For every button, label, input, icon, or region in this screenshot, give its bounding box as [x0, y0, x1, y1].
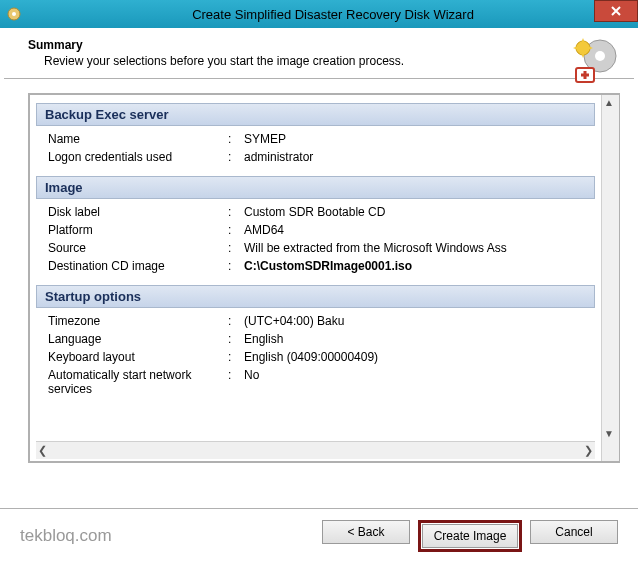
summary-panel: Backup Exec server Name : SYMEP Logon cr… [28, 93, 620, 463]
wizard-icon [568, 36, 620, 88]
section-startup-header: Startup options [36, 285, 595, 308]
row-source: Source : Will be extracted from the Micr… [30, 239, 601, 257]
label: Platform [48, 223, 228, 237]
value: English [244, 332, 595, 346]
label: Timezone [48, 314, 228, 328]
value: SYMEP [244, 132, 595, 146]
create-image-highlight: Create Image [418, 520, 522, 552]
page-subtitle: Review your selections before you start … [28, 54, 618, 68]
vertical-scrollbar[interactable]: ▲ ▼ [601, 95, 619, 461]
row-platform: Platform : AMD64 [30, 221, 601, 239]
chevron-up-icon[interactable]: ▲ [604, 97, 614, 108]
value: AMD64 [244, 223, 595, 237]
svg-point-4 [576, 41, 590, 55]
label: Automatically start network services [48, 368, 228, 396]
svg-point-3 [595, 51, 605, 61]
value: C:\CustomSDRImage0001.iso [244, 259, 595, 273]
close-button[interactable] [594, 0, 638, 22]
footer: tekbloq.com < Back Create Image Cancel [0, 508, 638, 562]
watermark: tekbloq.com [20, 526, 112, 546]
row-autostart: Automatically start network services : N… [30, 366, 601, 398]
row-name: Name : SYMEP [30, 130, 601, 148]
value: No [244, 368, 595, 396]
row-disk-label: Disk label : Custom SDR Bootable CD [30, 203, 601, 221]
label: Language [48, 332, 228, 346]
page-title: Summary [28, 38, 618, 52]
svg-point-1 [12, 12, 16, 16]
section-image-header: Image [36, 176, 595, 199]
value: administrator [244, 150, 595, 164]
create-image-button[interactable]: Create Image [422, 524, 518, 548]
separator [4, 78, 634, 79]
app-icon [0, 6, 28, 22]
chevron-left-icon[interactable]: ❮ [38, 444, 47, 457]
horizontal-scrollbar[interactable]: ❮ ❯ [36, 441, 595, 459]
value: Will be extracted from the Microsoft Win… [244, 241, 595, 255]
row-language: Language : English [30, 330, 601, 348]
label: Logon credentials used [48, 150, 228, 164]
label: Source [48, 241, 228, 255]
value: Custom SDR Bootable CD [244, 205, 595, 219]
value: (UTC+04:00) Baku [244, 314, 595, 328]
cancel-button[interactable]: Cancel [530, 520, 618, 544]
label: Destination CD image [48, 259, 228, 273]
value: English (0409:00000409) [244, 350, 595, 364]
back-button[interactable]: < Back [322, 520, 410, 544]
row-logon: Logon credentials used : administrator [30, 148, 601, 166]
section-backup-header: Backup Exec server [36, 103, 595, 126]
window-title: Create Simplified Disaster Recovery Disk… [28, 7, 638, 22]
label: Keyboard layout [48, 350, 228, 364]
label: Name [48, 132, 228, 146]
titlebar: Create Simplified Disaster Recovery Disk… [0, 0, 638, 28]
label: Disk label [48, 205, 228, 219]
chevron-right-icon[interactable]: ❯ [584, 444, 593, 457]
chevron-down-icon[interactable]: ▼ [604, 428, 614, 439]
row-keyboard: Keyboard layout : English (0409:00000409… [30, 348, 601, 366]
wizard-header: Summary Review your selections before yo… [0, 28, 638, 78]
row-timezone: Timezone : (UTC+04:00) Baku [30, 312, 601, 330]
row-destination: Destination CD image : C:\CustomSDRImage… [30, 257, 601, 275]
